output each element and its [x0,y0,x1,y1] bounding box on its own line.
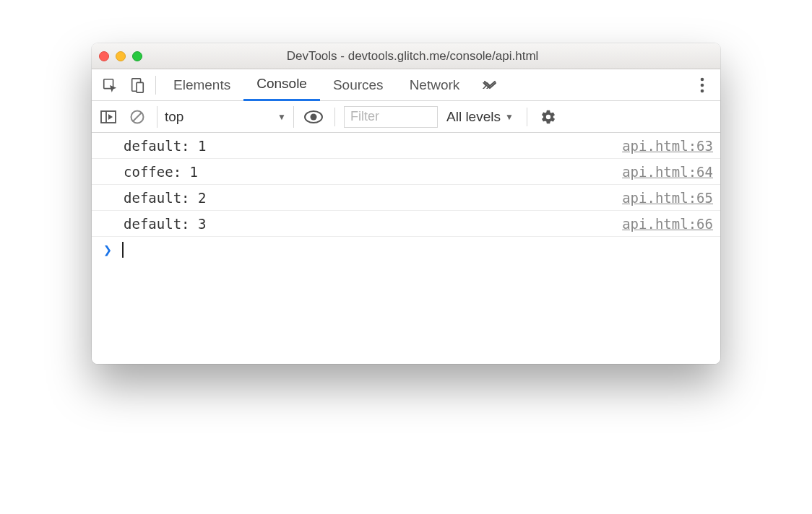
chevron-down-icon: ▼ [277,112,286,122]
panel-tabs: Elements Console Sources Network » [92,69,720,101]
kebab-menu-icon[interactable] [688,69,716,101]
tab-label: Sources [333,77,384,93]
sidebar-toggle-icon[interactable] [96,105,121,129]
tab-console[interactable]: Console [243,69,320,101]
context-label: top [165,109,183,125]
tab-label: Elements [173,77,230,93]
svg-point-3 [701,77,704,81]
text-cursor [122,242,124,258]
svg-point-12 [311,113,317,120]
log-source-link[interactable]: api.html:65 [622,190,713,206]
log-message: coffee: 1 [124,164,622,180]
console-row[interactable]: default: 2 api.html:65 [92,185,720,211]
console-row[interactable]: default: 1 api.html:63 [92,133,720,159]
console-toolbar: top ▼ All levels ▼ [92,101,720,133]
log-source-link[interactable]: api.html:66 [622,216,713,232]
tab-label: Console [256,76,307,92]
log-levels-selector[interactable]: All levels ▼ [442,109,518,125]
separator [334,108,335,126]
log-message: default: 1 [124,138,622,154]
separator [155,76,156,95]
svg-marker-8 [108,114,113,120]
live-expression-icon[interactable] [301,105,326,129]
tab-network[interactable]: Network [397,69,473,101]
device-toolbar-icon[interactable] [124,69,151,101]
console-row[interactable]: coffee: 1 api.html:64 [92,159,720,185]
prompt-caret-icon: ❯ [103,241,112,258]
console-settings-icon[interactable] [536,105,561,129]
tab-sources[interactable]: Sources [320,69,397,101]
svg-point-5 [701,89,704,92]
log-message: default: 2 [124,190,622,206]
svg-rect-2 [137,82,143,92]
titlebar: DevTools - devtools.glitch.me/console/ap… [92,43,720,69]
console-prompt[interactable]: ❯ [92,237,720,263]
window-title: DevTools - devtools.glitch.me/console/ap… [112,49,713,64]
tab-label: Network [410,77,460,93]
console-output: default: 1 api.html:63 coffee: 1 api.htm… [92,133,720,364]
clear-console-icon[interactable] [125,105,150,129]
inspect-element-icon[interactable] [96,69,124,101]
chevron-down-icon: ▼ [505,112,514,122]
devtools-window: DevTools - devtools.glitch.me/console/ap… [92,43,720,364]
log-source-link[interactable]: api.html:63 [622,138,713,154]
levels-label: All levels [446,109,501,125]
more-tabs-icon[interactable]: » [472,69,500,101]
filter-input[interactable] [344,106,438,128]
log-source-link[interactable]: api.html:64 [622,164,713,180]
svg-point-4 [701,83,704,87]
svg-line-10 [133,113,142,121]
close-button[interactable] [99,51,109,61]
console-row[interactable]: default: 3 api.html:66 [92,211,720,237]
tab-elements[interactable]: Elements [160,69,243,101]
context-selector[interactable]: top ▼ [157,106,294,128]
log-message: default: 3 [124,216,622,232]
separator [527,108,527,126]
